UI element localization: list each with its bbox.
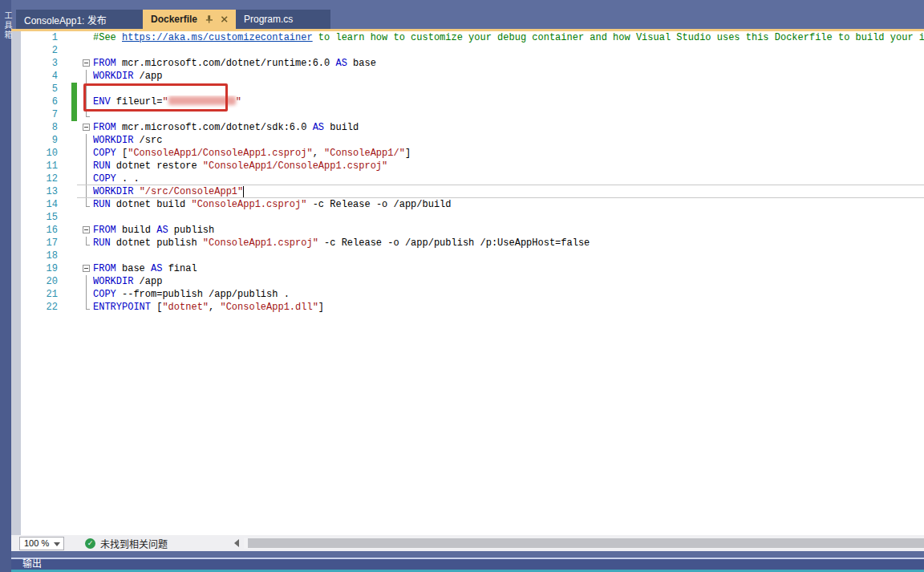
code-segment: AS <box>151 263 162 274</box>
code-segment: "ConsoleApp1/" <box>324 148 405 159</box>
code-line[interactable]: 3FROM mcr.microsoft.com/dotnet/runtime:6… <box>21 57 924 70</box>
code-line[interactable]: 9WORKDIR /src <box>21 134 924 147</box>
code-line[interactable]: 15 <box>21 211 924 224</box>
line-number[interactable]: 12 <box>21 172 58 185</box>
output-panel: 输出 <box>0 551 924 572</box>
line-number[interactable]: 21 <box>21 288 58 301</box>
line-number[interactable]: 5 <box>21 83 58 95</box>
code-line[interactable]: 5 <box>21 83 924 95</box>
code-segment: ] <box>405 148 411 159</box>
hyperlink[interactable]: https://aka.ms/customizecontainer <box>122 32 313 43</box>
code-segment: RUN <box>93 237 111 249</box>
code-line[interactable]: 4WORKDIR /app <box>21 70 924 83</box>
redacted-value <box>168 96 236 105</box>
line-number[interactable]: 13 <box>21 185 58 198</box>
code-line[interactable]: 22ENTRYPOINT ["dotnet", "ConsoleApp1.dll… <box>21 301 924 314</box>
code-line[interactable]: 19FROM base AS final <box>21 262 924 275</box>
code-segment: [ <box>151 302 162 313</box>
line-number[interactable]: 10 <box>21 147 58 160</box>
code-line[interactable]: 12COPY . . <box>21 172 924 185</box>
line-number[interactable]: 17 <box>21 237 58 249</box>
line-number[interactable]: 19 <box>21 262 58 275</box>
code-line[interactable]: 18 <box>21 249 924 262</box>
outline-guide <box>86 237 87 245</box>
code-segment: ENTRYPOINT <box>93 302 151 313</box>
collapse-toggle-icon[interactable] <box>83 226 90 233</box>
code-segment: "ConsoleApp1.csproj" <box>191 199 306 210</box>
check-circle-icon[interactable]: ✓ <box>85 538 95 549</box>
scroll-left-arrow-icon[interactable] <box>234 539 239 547</box>
close-icon[interactable] <box>221 15 228 23</box>
collapse-toggle-icon[interactable] <box>83 124 90 131</box>
code-line[interactable]: 16FROM build AS publish <box>21 224 924 237</box>
code-segment: WORKDIR <box>93 186 133 197</box>
code-segment: " <box>162 96 168 108</box>
code-segment: [ <box>116 148 128 159</box>
code-segment: AS <box>156 225 168 236</box>
line-number[interactable]: 9 <box>21 134 58 147</box>
code-line[interactable]: 14RUN dotnet build "ConsoleApp1.csproj" … <box>21 198 924 211</box>
dropdown-arrow-icon[interactable] <box>54 542 60 546</box>
code-segment: "ConsoleApp1.dll" <box>220 302 318 313</box>
code-line[interactable]: 10COPY ["ConsoleApp1/ConsoleApp1.csproj"… <box>21 147 924 160</box>
line-number[interactable]: 16 <box>21 224 58 237</box>
code-segment: AS <box>335 58 346 69</box>
code-line[interactable]: 17RUN dotnet publish "ConsoleApp1.csproj… <box>21 237 924 249</box>
change-tracking-bar <box>71 83 77 95</box>
document-health-message: 未找到相关问题 <box>100 537 168 550</box>
document-tab-bar: ConsoleApp1: 发布DockerfileProgram.cs <box>16 10 330 29</box>
horizontal-scrollbar[interactable] <box>233 537 924 550</box>
line-number[interactable]: 4 <box>21 70 58 83</box>
code-segment: "dotnet" <box>162 302 209 313</box>
code-line[interactable]: 1#See https://aka.ms/customizecontainer … <box>21 31 924 44</box>
code-lines: 1#See https://aka.ms/customizecontainer … <box>21 31 924 314</box>
line-number[interactable]: 3 <box>21 57 58 70</box>
pin-icon[interactable] <box>205 14 213 24</box>
code-segment: "ConsoleApp1.csproj" <box>203 237 318 249</box>
code-segment: . . <box>116 173 140 185</box>
code-segment: mcr.microsoft.com/dotnet/runtime:6.0 <box>116 58 336 69</box>
line-number[interactable]: 18 <box>21 249 58 262</box>
collapse-toggle-icon[interactable] <box>83 265 90 272</box>
line-number[interactable]: 7 <box>21 108 58 121</box>
line-number[interactable]: 2 <box>21 44 58 57</box>
tab-consoleapp1-publish[interactable]: ConsoleApp1: 发布 <box>16 10 143 29</box>
code-line[interactable]: 6ENV fileurl="" <box>21 95 924 108</box>
code-segment: to learn how to customize your debug con… <box>313 32 924 43</box>
line-number[interactable]: 6 <box>21 95 58 108</box>
text-caret <box>243 186 244 197</box>
zoom-level-combobox[interactable]: 100 % <box>19 537 64 550</box>
code-segment: WORKDIR <box>93 71 133 82</box>
output-panel-title[interactable]: 输出 <box>0 559 924 570</box>
code-segment <box>133 186 139 197</box>
scrollbar-thumb[interactable] <box>248 538 924 548</box>
line-number[interactable]: 22 <box>21 301 58 314</box>
code-segment: RUN <box>93 160 111 172</box>
tab-dockerfile[interactable]: Dockerfile <box>143 10 236 29</box>
code-segment: ENV <box>93 96 111 108</box>
code-line[interactable]: 21COPY --from=publish /app/publish . <box>21 288 924 301</box>
line-number[interactable]: 11 <box>21 160 58 172</box>
code-line[interactable]: 8FROM mcr.microsoft.com/dotnet/sdk:6.0 A… <box>21 121 924 134</box>
code-segment: WORKDIR <box>93 276 133 287</box>
line-number[interactable]: 8 <box>21 121 58 134</box>
code-segment: , <box>209 302 220 313</box>
code-line[interactable]: 2 <box>21 44 924 57</box>
code-line[interactable]: 11RUN dotnet restore "ConsoleApp1/Consol… <box>21 160 924 172</box>
sidebar-tab-toolbox[interactable]: 工具箱 <box>0 0 11 572</box>
line-number[interactable]: 20 <box>21 275 58 288</box>
code-line[interactable]: 13WORKDIR "/src/ConsoleApp1" <box>21 185 924 198</box>
scrollbar-track[interactable] <box>244 538 924 549</box>
code-editor[interactable]: 1#See https://aka.ms/customizecontainer … <box>11 29 924 535</box>
line-number[interactable]: 14 <box>21 198 58 211</box>
tab-program-cs[interactable]: Program.cs <box>236 10 330 29</box>
line-number[interactable]: 1 <box>21 31 58 44</box>
editor-status-strip: 100 % ✓ 未找到相关问题 <box>11 535 924 551</box>
line-number[interactable]: 15 <box>21 211 58 224</box>
code-segment: dotnet build <box>111 199 192 210</box>
change-tracking-bar <box>71 95 77 108</box>
outline-guide <box>86 70 87 117</box>
collapse-toggle-icon[interactable] <box>83 59 90 67</box>
code-line[interactable]: 7 <box>21 108 924 121</box>
code-line[interactable]: 20WORKDIR /app <box>21 275 924 288</box>
